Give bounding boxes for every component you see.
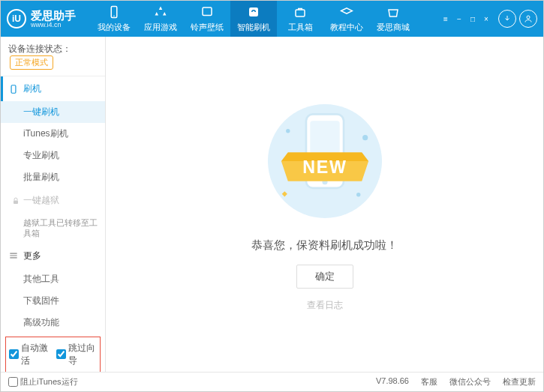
- version-label: V7.98.66: [376, 376, 409, 388]
- sub-pro-flash[interactable]: 专业刷机: [1, 145, 105, 166]
- svg-point-15: [362, 135, 368, 140]
- top-nav: 我的设备 应用游戏 铃声壁纸 智能刷机 工具箱 教程中心 爱思商城: [91, 1, 440, 37]
- svg-text:NEW: NEW: [302, 157, 347, 177]
- refresh-icon: [246, 4, 261, 19]
- status-badge: 正常模式: [10, 55, 53, 70]
- nav-tutorials[interactable]: 教程中心: [323, 1, 370, 37]
- phone-icon: [107, 4, 122, 19]
- support-link[interactable]: 客服: [421, 376, 437, 388]
- success-message: 恭喜您，保资料刷机成功啦！: [251, 238, 398, 253]
- minimize-icon[interactable]: −: [453, 13, 465, 24]
- nav-label: 工具箱: [288, 22, 313, 33]
- cat-flash[interactable]: 刷机: [1, 76, 105, 101]
- toolbox-icon: [293, 4, 308, 19]
- chk-label: 自动激活: [21, 342, 50, 367]
- svg-rect-2: [203, 7, 212, 16]
- nav-label: 铃声壁纸: [191, 22, 224, 33]
- graduation-icon: [339, 4, 354, 19]
- sub-other-tools[interactable]: 其他工具: [1, 268, 105, 290]
- success-illustration: NEW: [257, 97, 392, 225]
- logo: iU 爱思助手 www.i4.cn: [7, 9, 76, 28]
- connection-status: 设备连接状态：正常模式: [1, 37, 105, 76]
- sub-advanced[interactable]: 高级功能: [1, 312, 105, 334]
- nav-label: 应用游戏: [144, 22, 177, 33]
- app-url: www.i4.cn: [31, 21, 76, 28]
- maximize-icon[interactable]: □: [467, 13, 479, 24]
- ok-button[interactable]: 确定: [296, 265, 353, 289]
- chk-label: 跳过向导: [68, 342, 98, 367]
- svg-rect-4: [296, 10, 305, 16]
- phone-icon: [8, 84, 19, 94]
- jailbreak-label: 一键越狱: [23, 194, 59, 207]
- nav-toolbox[interactable]: 工具箱: [277, 1, 323, 37]
- svg-point-14: [286, 129, 290, 133]
- chk-auto-activate[interactable]: 自动激活: [9, 342, 50, 367]
- menu-icon: [8, 250, 19, 261]
- svg-point-16: [356, 193, 360, 196]
- sub-download-firmware[interactable]: 下载固件: [1, 290, 105, 312]
- logo-mark: iU: [7, 9, 26, 28]
- svg-rect-3: [249, 7, 258, 16]
- svg-point-1: [113, 16, 115, 17]
- close-icon[interactable]: ×: [480, 13, 492, 24]
- user-button[interactable]: [519, 10, 537, 28]
- status-label: 设备连接状态：: [8, 43, 71, 54]
- nav-label: 我的设备: [98, 22, 131, 33]
- nav-flash[interactable]: 智能刷机: [230, 1, 277, 37]
- cat-jailbreak: 一键越狱: [1, 188, 105, 213]
- wechat-link[interactable]: 微信公众号: [449, 376, 491, 388]
- apps-icon: [153, 4, 168, 19]
- checkbox-highlight: 自动激活 跳过向导: [5, 337, 101, 372]
- nav-apps[interactable]: 应用游戏: [137, 1, 184, 37]
- nav-label: 智能刷机: [237, 22, 270, 33]
- sub-oneclick-flash[interactable]: 一键刷机: [1, 101, 105, 123]
- cat-label: 刷机: [23, 82, 41, 95]
- nav-ringtones[interactable]: 铃声壁纸: [184, 1, 230, 37]
- menu-icon[interactable]: ≡: [440, 13, 452, 24]
- window-controls: ≡ − □ ×: [440, 10, 537, 28]
- sidebar: 设备连接状态：正常模式 刷机 一键刷机 iTunes刷机 专业刷机 批量刷机 一…: [1, 37, 106, 372]
- chk-block-itunes[interactable]: 阻止iTunes运行: [8, 376, 78, 388]
- update-link[interactable]: 检查更新: [503, 376, 536, 388]
- nav-my-device[interactable]: 我的设备: [91, 1, 137, 37]
- sub-batch-flash[interactable]: 批量刷机: [1, 166, 105, 188]
- nav-store[interactable]: 爱思商城: [370, 1, 416, 37]
- footer: 阻止iTunes运行 V7.98.66 客服 微信公众号 检查更新: [1, 372, 543, 391]
- nav-label: 教程中心: [330, 22, 363, 33]
- jailbreak-hint: 越狱工具已转移至工具箱: [1, 213, 105, 244]
- store-icon: [386, 4, 401, 19]
- sub-itunes-flash[interactable]: iTunes刷机: [1, 123, 105, 145]
- svg-point-5: [527, 16, 530, 19]
- app-window: iU 爱思助手 www.i4.cn 我的设备 应用游戏 铃声壁纸 智能刷机 工具…: [0, 0, 544, 392]
- topbar: iU 爱思助手 www.i4.cn 我的设备 应用游戏 铃声壁纸 智能刷机 工具…: [1, 1, 543, 37]
- svg-rect-7: [14, 200, 18, 204]
- app-title: 爱思助手: [31, 10, 76, 21]
- chk-label: 阻止iTunes运行: [20, 376, 78, 388]
- svg-rect-6: [11, 85, 16, 93]
- chk-skip-guide[interactable]: 跳过向导: [56, 342, 98, 367]
- nav-label: 爱思商城: [377, 22, 410, 33]
- main-content: NEW 恭喜您，保资料刷机成功啦！ 确定 查看日志: [106, 37, 543, 372]
- cat-more[interactable]: 更多: [1, 244, 105, 268]
- lock-icon: [11, 196, 20, 205]
- wallpaper-icon: [200, 4, 215, 19]
- view-log-link[interactable]: 查看日志: [307, 299, 343, 312]
- download-button[interactable]: [498, 10, 516, 28]
- cat-label: 更多: [23, 250, 41, 262]
